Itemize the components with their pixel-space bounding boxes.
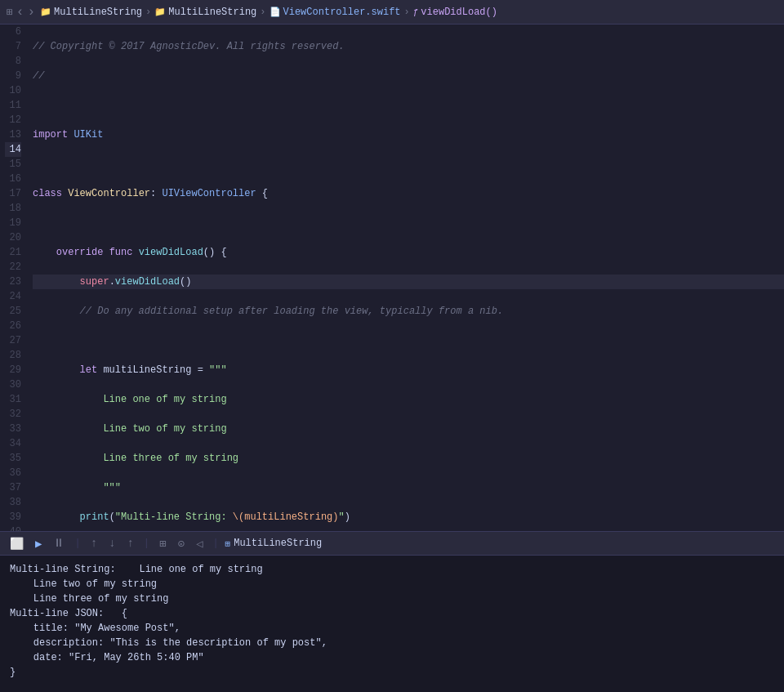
breadcrumb-file[interactable]: 📄 ViewController.swift (270, 7, 401, 18)
console-text: Multi-line String: Line one of my string… (10, 564, 327, 678)
pause-button[interactable]: ⏸ (50, 535, 68, 551)
breadcrumb-func[interactable]: ƒ viewDidLoad() (413, 7, 497, 18)
location-button[interactable]: ◁ (193, 535, 206, 552)
breadcrumb-folder1[interactable]: 📁 MultiLineString (40, 7, 142, 18)
module-icon: ⊞ (225, 538, 231, 549)
breadcrumb: 📁 MultiLineString › 📁 MultiLineString › … (40, 7, 497, 18)
nav-back-button[interactable]: ‹ (16, 5, 24, 20)
run-button[interactable]: ▶ (32, 535, 45, 552)
bottom-toolbar: ⬜ ▶ ⏸ | ↑ ↓ ↑ | ⊞ ⊙ ◁ | ⊞ MultiLineStrin… (0, 531, 784, 556)
console-output: Multi-line String: Line one of my string… (0, 556, 784, 692)
breadcrumb-func-label: viewDidLoad() (421, 7, 497, 18)
console-toggle-button[interactable]: ⬜ (7, 535, 27, 552)
breadcrumb-folder1-label: MultiLineString (54, 7, 142, 18)
func-icon: ƒ (413, 7, 419, 17)
breadcrumb-file-label: ViewController.swift (283, 7, 401, 18)
breadcrumb-folder2-label: MultiLineString (168, 7, 256, 18)
layout-button[interactable]: ⊞ (156, 535, 169, 552)
nav-forward-button[interactable]: › (27, 5, 35, 20)
module-name: MultiLineString (234, 538, 322, 549)
step-over-button[interactable]: ↑ (87, 535, 100, 551)
step-into-button[interactable]: ↓ (105, 535, 118, 551)
code-area[interactable]: // Copyright © 2017 AgnosticDev. All rig… (29, 25, 784, 531)
grid-icon[interactable]: ⊞ (7, 6, 13, 19)
breadcrumb-folder2[interactable]: 📁 MultiLineString (154, 7, 256, 18)
title-bar: ⊞ ‹ › 📁 MultiLineString › 📁 MultiLineStr… (0, 0, 784, 25)
step-out-button[interactable]: ↑ (123, 535, 136, 551)
swift-file-icon: 📄 (270, 7, 281, 17)
line-numbers: 678910 1112131415 1617181920 2122232425 … (0, 25, 29, 531)
share-button[interactable]: ⊙ (175, 535, 188, 552)
editor: 678910 1112131415 1617181920 2122232425 … (0, 25, 784, 531)
module-label: ⊞ MultiLineString (225, 538, 323, 549)
folder-icon-2: 📁 (154, 7, 166, 17)
folder-icon: 📁 (40, 7, 51, 17)
nav-icons: ⊞ ‹ › (7, 5, 35, 20)
